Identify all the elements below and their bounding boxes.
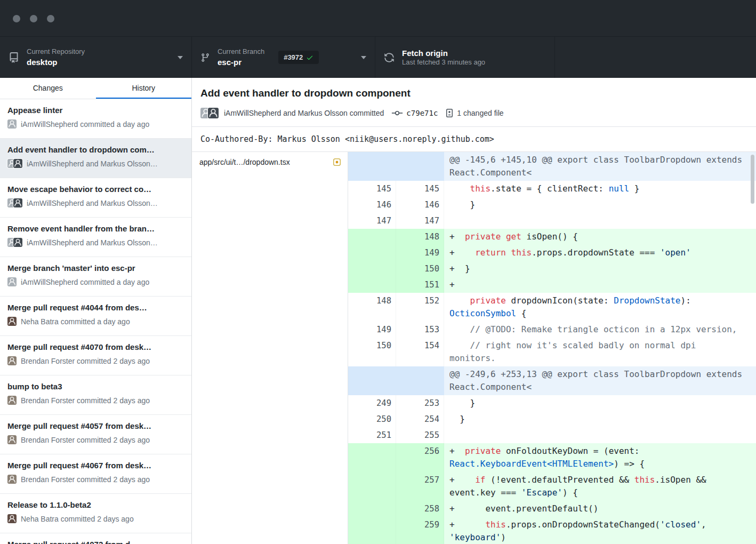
diff-row-added: 258+ event.preventDefault() [348,501,756,517]
commit-title: Add event handler to dropdown component [200,86,747,100]
diff-code: + if (!event.defaultPrevented && this.is… [444,472,751,501]
diff-gutter-new: 151 [396,277,444,293]
diff-gutter-new: 146 [396,197,444,213]
commit-title: Move escape behavior to correct co… [7,184,184,195]
diff-code [444,213,751,229]
diff-row-context: 147147 [348,213,756,229]
commit-list-item[interactable]: Merge pull request #4070 from desk…Brend… [0,336,191,375]
diff-region: app/src/ui/t…/dropdown.tsx @@ -145,6 +14… [192,152,756,544]
commit-meta: iAmWillShepherd and Markus Olsson commit… [200,107,747,119]
diff-rows: @@ -145,6 +145,10 @@ export class Toolba… [348,152,756,544]
commit-meta: Brendan Forster committed 2 days ago [7,475,184,484]
diff-row-added: 256+ private onFoldoutKeyDown = (event: … [348,443,756,472]
commit-title: Merge pull request #4070 from desk… [7,342,184,353]
commit-title: bump to beta3 [7,381,184,392]
diff-gutter-old: 250 [348,411,396,427]
sync-icon [384,52,395,63]
commit-title: Remove event handler from the bran… [7,223,184,234]
diff-row-context: 146146 } [348,197,756,213]
avatar-stack [7,396,17,405]
zoom-button[interactable] [47,15,54,22]
diff-code [444,427,751,443]
commit-list-item[interactable]: Merge pull request #4067 from desk…Brend… [0,454,191,494]
commit-list-item[interactable]: bump to beta3Brendan Forster committed 2… [0,375,191,415]
diff-code: } [444,411,751,427]
chevron-down-icon [178,56,183,59]
pr-status-badge[interactable]: #3972 [278,51,319,64]
commit-meta: Neha Batra committed a day ago [7,317,184,326]
commit-byline: Brendan Forster committed 2 days ago [21,475,150,484]
git-commit-icon [391,109,403,117]
commit-list-item[interactable]: Merge pull request #4044 from des…Neha B… [0,297,191,336]
diff-code: + } [444,261,751,277]
avatar-stack [7,198,22,207]
diff-code: + this.props.onDropdownStateChanged('clo… [444,517,751,544]
commit-title: Merge pull request #4072 from d… [7,539,184,544]
changed-files-count: 1 changed file [457,109,503,117]
avatar-stack [7,159,22,168]
avatar-stack [7,356,17,365]
avatar [7,514,17,523]
repository-picker[interactable]: Current Repository desktop [0,37,192,78]
close-button[interactable] [13,15,20,22]
diff-gutter-old: 149 [348,322,396,338]
commit-list-item[interactable]: Merge branch 'master' into esc-priAmWill… [0,257,191,297]
commit-byline: iAmWillShepherd and Markus Olsson… [27,159,158,168]
avatar [7,475,17,484]
fetch-title: Fetch origin [402,48,485,58]
avatar-stack [7,435,17,444]
diff-code: + return this.props.dropdownState === 'o… [444,245,751,261]
avatar-stack [7,317,17,326]
commit-detail: Add event handler to dropdown component … [192,78,756,544]
commit-byline: Neha Batra committed a day ago [21,317,130,326]
git-branch-icon [200,53,210,62]
diff-hunk-gutter [348,152,444,181]
chevron-down-icon [361,56,366,59]
avatar-stack [7,475,17,484]
diff-gutter-old [348,472,396,501]
branch-picker[interactable]: Current Branch esc-pr #3972 [192,37,375,78]
commit-meta: Brendan Forster committed 2 days ago [7,356,184,365]
diff-gutter-new: 145 [396,181,444,197]
commit-list-item[interactable]: Merge pull request #4057 from desk…Brend… [0,415,191,454]
avatar [7,277,17,286]
file-list-item[interactable]: app/src/ui/t…/dropdown.tsx [192,152,348,172]
diff-gutter-old: 145 [348,181,396,197]
diff-gutter-old [348,443,396,472]
scrollbar-thumb[interactable] [751,155,754,204]
commit-list-item[interactable]: Add event handler to dropdown com…iAmWil… [0,139,191,178]
diff-code: // right now it's scaled badly on normal… [444,338,751,366]
diff-row-added: 148+ private get isOpen() { [348,229,756,245]
commit-list-item[interactable]: Remove event handler from the bran…iAmWi… [0,218,191,257]
minimize-button[interactable] [30,15,37,22]
fetch-origin-button[interactable]: Fetch origin Last fetched 3 minutes ago [375,37,555,78]
diff-row-added: 149+ return this.props.dropdownState ===… [348,245,756,261]
commit-list-item[interactable]: Merge pull request #4072 from d… [0,533,191,544]
diff-code: } [444,197,751,213]
commit-list-item[interactable]: Move escape behavior to correct co…iAmWi… [0,178,191,218]
check-icon [306,54,313,61]
commit-title: Release to 1.1.0-beta2 [7,500,184,510]
diff-gutter-old [348,517,396,544]
avatar [7,119,17,129]
commit-byline: Brendan Forster committed 2 days ago [21,396,150,405]
branch-picker-label: Current Branch [218,47,264,56]
diff-hunk-row: @@ -145,6 +145,10 @@ export class Toolba… [348,152,756,181]
avatar-stack [7,514,17,523]
commit-byline: iAmWillShepherd committed a day ago [21,120,149,129]
sidebar-tabs: Changes History [0,78,191,99]
diff-row-added: 150+ } [348,261,756,277]
commit-list-item[interactable]: Release to 1.1.0-beta2Neha Batra committ… [0,494,191,533]
diff-row-context: 148152 private dropdownIcon(state: Dropd… [348,293,756,322]
diff-row-added: 151+ [348,277,756,293]
tab-history[interactable]: History [96,78,192,99]
avatar-stack [200,108,219,118]
commit-list-item[interactable]: Appease linteriAmWillShepherd committed … [0,99,191,139]
avatar [13,238,22,247]
commit-meta: Brendan Forster committed 2 days ago [7,396,184,405]
tab-changes[interactable]: Changes [0,78,96,99]
commit-meta: iAmWillShepherd committed a day ago [7,119,184,129]
commit-byline: Neha Batra committed 2 days ago [21,515,134,523]
avatar-stack [7,119,17,129]
diff-code: + event.preventDefault() [444,501,751,517]
